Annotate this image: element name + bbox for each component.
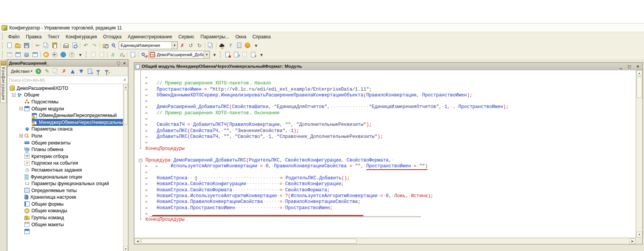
menu-item-8[interactable]: Окна <box>232 33 249 40</box>
filter-clear-button[interactable]: ✗ <box>102 67 111 75</box>
comment-lines-button[interactable]: // <box>109 51 117 58</box>
update-db-config-button[interactable] <box>22 51 31 58</box>
collapse-procedure-icon[interactable]: − <box>139 159 142 162</box>
window-list-button[interactable] <box>206 41 215 49</box>
save-document-button[interactable] <box>22 41 31 49</box>
debug-overflow-button[interactable]: ▾ <box>76 51 85 58</box>
panel-close-icon[interactable]: × <box>123 61 126 65</box>
tree-item-roles[interactable]: +Роли <box>7 132 123 139</box>
scroll-left-icon[interactable]: ◀ <box>135 238 140 244</box>
start-debugging-button[interactable]: ▶ <box>42 51 50 58</box>
code-line[interactable] <box>135 152 635 158</box>
db-config-button[interactable] <box>5 51 14 58</box>
app-titlebar[interactable]: Конфигуратор - Управление торговлей, ред… <box>0 24 644 32</box>
code-line[interactable]: » НоваяСтрока···························… <box>135 175 635 181</box>
move-up-button[interactable]: ▲ <box>68 67 77 75</box>
info-button[interactable] <box>243 41 252 49</box>
redo-button[interactable]: ↷ <box>90 41 99 49</box>
code-line[interactable]: » <box>135 170 635 175</box>
tree-item-root[interactable]: ДемоРасширенийXDTO <box>7 85 123 92</box>
code-line[interactable]: » // Пример расширения XDTO-пакетов. Нач… <box>135 81 635 86</box>
code-line[interactable]: └КонецПроцедуры <box>135 217 635 223</box>
syntax-check-button[interactable] <box>218 41 226 49</box>
tree-item-module-2[interactable]: МенеджерОбменаЧерезУниверсальныйФормат <box>7 119 123 126</box>
editor-titlebar[interactable]: Общий модуль МенеджерОбменаЧерезУниверса… <box>134 63 642 70</box>
update-extension-button[interactable]: ↑ <box>68 51 76 58</box>
editor-horizontal-scrollbar[interactable]: ◀ ▶ <box>135 238 635 244</box>
procedure-combobox[interactable]: ПЦ ДемоРасширений_ДобавитьПК ▼ <box>149 51 210 58</box>
tree-item-common-templates[interactable]: Общие макеты <box>7 221 123 228</box>
new-document-button[interactable] <box>5 41 14 49</box>
vertical-scrollbar-thumb[interactable] <box>637 77 642 98</box>
code-line[interactable]: » <box>135 116 635 122</box>
find-next-button[interactable]: ↻ <box>195 41 204 49</box>
code-line[interactable]: » <box>135 98 635 104</box>
toolbar-grip[interactable] <box>2 42 4 48</box>
find-previous-button[interactable]: ↺ <box>187 41 195 49</box>
expand-icon[interactable]: + <box>19 134 23 138</box>
tree-item-settings-storages[interactable]: Хранилища настроек <box>7 194 123 201</box>
scroll-up-icon[interactable]: ▲ <box>123 84 128 89</box>
add-button[interactable]: + <box>34 67 43 75</box>
collapse-icon[interactable]: − <box>19 107 23 110</box>
menu-item-9[interactable]: Справка <box>249 33 274 40</box>
menu-item-5[interactable]: Администрирование <box>125 33 175 40</box>
toolbar2-grip[interactable] <box>2 52 4 58</box>
tree-item-partial[interactable] <box>7 228 123 235</box>
code-line[interactable]: » ДобавитьПКС(СвойстваТЧ,·"",·"ЗначениеС… <box>135 128 635 134</box>
cut-button[interactable]: ✂ <box>33 41 42 49</box>
bookmark-overflow-button[interactable]: ▾ <box>257 51 266 58</box>
actions-menu-button[interactable]: Действия ▾ <box>9 68 34 75</box>
uncomment-lines-button[interactable]: //✗ <box>117 51 126 58</box>
menu-item-2[interactable]: Текст <box>45 33 62 40</box>
code-line[interactable]: └КонецПроцедуры <box>135 146 635 152</box>
tab-configuration[interactable]: Конфигурация <box>0 60 7 103</box>
code-line[interactable]: » ДемоРасширений_ДобавитьПКС(СвойстваШап… <box>135 104 635 110</box>
bookmark-next-button[interactable]: ? <box>232 51 240 58</box>
menu-item-3[interactable]: Конфигурация <box>62 33 100 40</box>
menu-item-7[interactable]: Параметры... <box>197 33 232 40</box>
thin-client-button[interactable]: ▶ <box>50 51 59 58</box>
sort-button[interactable]: ↓ <box>85 67 94 75</box>
templates-button[interactable] <box>235 41 243 49</box>
find-combobox-dropdown-icon[interactable]: ▼ <box>171 42 177 49</box>
delete-button[interactable]: ✗ <box>60 67 68 75</box>
copy-button[interactable] <box>42 41 50 49</box>
code-line[interactable]: »» ИспользуетсяАлгоритмКонвертации·=·0,·… <box>135 163 635 169</box>
find-in-files-button[interactable] <box>101 41 110 49</box>
code-line[interactable]: −Процедура·ДемоРасширений_ДобавитьПКС(Ро… <box>135 158 635 163</box>
tree-item-exchange-plans[interactable]: Планы обмена <box>7 146 123 153</box>
clear-find-button[interactable]: ✗ <box>178 41 187 49</box>
bookmark-clear-button[interactable]: ✗ <box>249 51 257 58</box>
tree-item-common[interactable]: −Общие <box>7 92 123 99</box>
menubar-grip[interactable] <box>2 33 4 40</box>
menu-item-4[interactable]: Отладка <box>100 33 125 40</box>
tree-item-functional-options[interactable]: Функциональные опции <box>7 174 123 181</box>
editor-vertical-scrollbar[interactable]: ▲ ▼ <box>636 70 642 237</box>
goto-procedure-button[interactable]: p <box>140 51 148 58</box>
scroll-down-icon[interactable]: ▼ <box>636 232 642 237</box>
code-line[interactable]: » НоваяСтрока.ПравилоКонвертацииСвойства… <box>135 199 635 205</box>
move-down-button[interactable]: ▼ <box>77 67 85 75</box>
tree-item-filter-criteria[interactable]: Критерии отбора <box>7 153 123 160</box>
bookmark-previous-button[interactable] <box>240 51 249 58</box>
tree-item-command-groups[interactable]: ▸Группы команд <box>7 214 123 221</box>
close-button[interactable]: × <box>635 64 641 69</box>
check-module-button[interactable]: ✓ <box>128 51 137 58</box>
format-block-button[interactable] <box>97 51 106 58</box>
print-preview-button[interactable] <box>70 41 79 49</box>
filter-button[interactable] <box>94 67 102 75</box>
menu-item-1[interactable]: Правка <box>23 33 45 40</box>
tree-search-box[interactable]: Поиск (Ctrl+Alt+M) ✗ <box>7 76 128 84</box>
toolbar-overflow-button[interactable]: ▾ <box>252 41 260 49</box>
code-line[interactable]: » <box>135 75 635 81</box>
paste-button[interactable] <box>50 41 59 49</box>
undo-button[interactable]: ↶ <box>81 41 90 49</box>
scroll-down-icon[interactable]: ▼ <box>123 246 128 251</box>
code-line[interactable]: » СвойстваТЧ·=·ДобавитьПКТЧ(ПравилоКонве… <box>135 122 635 128</box>
tree-item-session-params[interactable]: Параметры сеанса <box>7 126 123 133</box>
print-button[interactable] <box>62 41 70 49</box>
code-line[interactable]: » <box>135 140 635 146</box>
syntax-help-button[interactable]: ? <box>226 41 235 49</box>
bookmark-toggle-button[interactable]: ● <box>223 51 232 58</box>
